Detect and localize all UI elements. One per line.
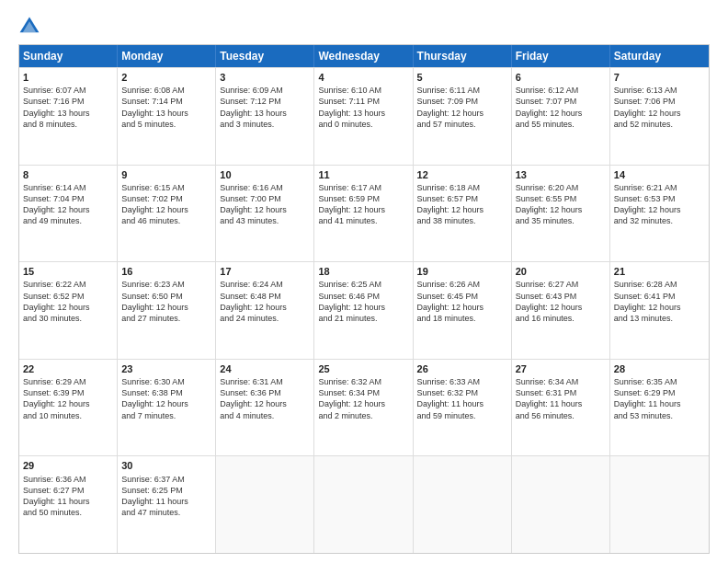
calendar-cell: 6Sunrise: 6:12 AMSunset: 7:07 PMDaylight…: [512, 68, 610, 165]
cell-info: Sunrise: 6:11 AMSunset: 7:09 PMDaylight:…: [417, 85, 507, 130]
cell-info: Sunrise: 6:36 AMSunset: 6:27 PMDaylight:…: [23, 474, 113, 519]
calendar-row-5: 29Sunrise: 6:36 AMSunset: 6:27 PMDayligh…: [19, 455, 709, 553]
day-number: 9: [121, 168, 211, 181]
calendar-row-1: 1Sunrise: 6:07 AMSunset: 7:16 PMDaylight…: [19, 67, 709, 165]
header-day-tuesday: Tuesday: [216, 45, 314, 67]
logo: [18, 15, 44, 37]
header-day-wednesday: Wednesday: [314, 45, 413, 67]
cell-info: Sunrise: 6:15 AMSunset: 7:02 PMDaylight:…: [121, 182, 211, 227]
cell-info: Sunrise: 6:37 AMSunset: 6:25 PMDaylight:…: [121, 474, 211, 519]
calendar-cell: 12Sunrise: 6:18 AMSunset: 6:57 PMDayligh…: [414, 166, 512, 262]
calendar-cell: 24Sunrise: 6:31 AMSunset: 6:36 PMDayligh…: [216, 360, 314, 456]
cell-info: Sunrise: 6:30 AMSunset: 6:38 PMDaylight:…: [121, 376, 211, 421]
day-number: 27: [516, 362, 606, 375]
day-number: 4: [318, 71, 408, 84]
day-number: 17: [220, 265, 310, 278]
calendar-cell: 2Sunrise: 6:08 AMSunset: 7:14 PMDaylight…: [118, 68, 216, 165]
calendar-cell: 19Sunrise: 6:26 AMSunset: 6:45 PMDayligh…: [414, 262, 512, 359]
day-number: 14: [614, 168, 705, 181]
calendar-cell: 13Sunrise: 6:20 AMSunset: 6:55 PMDayligh…: [512, 166, 610, 262]
cell-info: Sunrise: 6:21 AMSunset: 6:53 PMDaylight:…: [614, 182, 705, 227]
cell-info: Sunrise: 6:14 AMSunset: 7:04 PMDaylight:…: [23, 182, 113, 227]
cell-info: Sunrise: 6:27 AMSunset: 6:43 PMDaylight:…: [516, 279, 606, 324]
day-number: 25: [318, 362, 408, 375]
calendar-row-4: 22Sunrise: 6:29 AMSunset: 6:39 PMDayligh…: [19, 359, 709, 456]
calendar-cell: [414, 456, 512, 553]
calendar-cell: 7Sunrise: 6:13 AMSunset: 7:06 PMDaylight…: [610, 68, 709, 165]
calendar-row-2: 8Sunrise: 6:14 AMSunset: 7:04 PMDaylight…: [19, 165, 709, 262]
cell-info: Sunrise: 6:28 AMSunset: 6:41 PMDaylight:…: [614, 279, 705, 324]
calendar-cell: 26Sunrise: 6:33 AMSunset: 6:32 PMDayligh…: [414, 360, 512, 456]
calendar-cell: 8Sunrise: 6:14 AMSunset: 7:04 PMDaylight…: [19, 166, 118, 262]
calendar-cell: 27Sunrise: 6:34 AMSunset: 6:31 PMDayligh…: [512, 360, 610, 456]
day-number: 7: [614, 71, 705, 84]
day-number: 19: [417, 265, 507, 278]
cell-info: Sunrise: 6:12 AMSunset: 7:07 PMDaylight:…: [516, 85, 606, 130]
header-day-friday: Friday: [512, 45, 610, 67]
day-number: 21: [614, 265, 705, 278]
day-number: 15: [23, 265, 113, 278]
day-number: 3: [220, 71, 310, 84]
cell-info: Sunrise: 6:23 AMSunset: 6:50 PMDaylight:…: [121, 279, 211, 324]
cell-info: Sunrise: 6:20 AMSunset: 6:55 PMDaylight:…: [516, 182, 606, 227]
day-number: 16: [121, 265, 211, 278]
cell-info: Sunrise: 6:09 AMSunset: 7:12 PMDaylight:…: [220, 85, 310, 130]
calendar-cell: 28Sunrise: 6:35 AMSunset: 6:29 PMDayligh…: [610, 360, 709, 456]
calendar-cell: 22Sunrise: 6:29 AMSunset: 6:39 PMDayligh…: [19, 360, 118, 456]
cell-info: Sunrise: 6:24 AMSunset: 6:48 PMDaylight:…: [220, 279, 310, 324]
cell-info: Sunrise: 6:33 AMSunset: 6:32 PMDaylight:…: [417, 376, 507, 421]
calendar-cell: 1Sunrise: 6:07 AMSunset: 7:16 PMDaylight…: [19, 68, 118, 165]
cell-info: Sunrise: 6:29 AMSunset: 6:39 PMDaylight:…: [23, 376, 113, 421]
calendar-cell: 21Sunrise: 6:28 AMSunset: 6:41 PMDayligh…: [610, 262, 709, 359]
day-number: 23: [121, 362, 211, 375]
calendar-cell: 9Sunrise: 6:15 AMSunset: 7:02 PMDaylight…: [118, 166, 216, 262]
calendar-cell: 10Sunrise: 6:16 AMSunset: 7:00 PMDayligh…: [216, 166, 314, 262]
day-number: 24: [220, 362, 310, 375]
cell-info: Sunrise: 6:35 AMSunset: 6:29 PMDaylight:…: [614, 376, 705, 421]
header-day-monday: Monday: [118, 45, 216, 67]
logo-icon: [18, 15, 40, 37]
calendar-row-3: 15Sunrise: 6:22 AMSunset: 6:52 PMDayligh…: [19, 261, 709, 359]
calendar-cell: 3Sunrise: 6:09 AMSunset: 7:12 PMDaylight…: [216, 68, 314, 165]
calendar-cell: [216, 456, 314, 553]
calendar-cell: [610, 456, 709, 553]
cell-info: Sunrise: 6:10 AMSunset: 7:11 PMDaylight:…: [318, 85, 408, 130]
day-number: 12: [417, 168, 507, 181]
calendar-cell: [512, 456, 610, 553]
day-number: 22: [23, 362, 113, 375]
calendar-cell: 18Sunrise: 6:25 AMSunset: 6:46 PMDayligh…: [314, 262, 413, 359]
cell-info: Sunrise: 6:25 AMSunset: 6:46 PMDaylight:…: [318, 279, 408, 324]
calendar-cell: 25Sunrise: 6:32 AMSunset: 6:34 PMDayligh…: [314, 360, 413, 456]
calendar: SundayMondayTuesdayWednesdayThursdayFrid…: [18, 44, 710, 554]
cell-info: Sunrise: 6:17 AMSunset: 6:59 PMDaylight:…: [318, 182, 408, 227]
day-number: 28: [614, 362, 705, 375]
calendar-cell: 5Sunrise: 6:11 AMSunset: 7:09 PMDaylight…: [414, 68, 512, 165]
calendar-body: 1Sunrise: 6:07 AMSunset: 7:16 PMDaylight…: [19, 67, 709, 553]
day-number: 13: [516, 168, 606, 181]
day-number: 8: [23, 168, 113, 181]
day-number: 5: [417, 71, 507, 84]
header-day-sunday: Sunday: [19, 45, 118, 67]
calendar-header: SundayMondayTuesdayWednesdayThursdayFrid…: [19, 45, 709, 67]
cell-info: Sunrise: 6:18 AMSunset: 6:57 PMDaylight:…: [417, 182, 507, 227]
calendar-cell: 30Sunrise: 6:37 AMSunset: 6:25 PMDayligh…: [118, 456, 216, 553]
day-number: 18: [318, 265, 408, 278]
day-number: 2: [121, 71, 211, 84]
calendar-cell: 17Sunrise: 6:24 AMSunset: 6:48 PMDayligh…: [216, 262, 314, 359]
calendar-cell: 20Sunrise: 6:27 AMSunset: 6:43 PMDayligh…: [512, 262, 610, 359]
cell-info: Sunrise: 6:31 AMSunset: 6:36 PMDaylight:…: [220, 376, 310, 421]
day-number: 10: [220, 168, 310, 181]
day-number: 29: [23, 459, 113, 472]
page-header: [18, 15, 710, 37]
calendar-cell: 14Sunrise: 6:21 AMSunset: 6:53 PMDayligh…: [610, 166, 709, 262]
cell-info: Sunrise: 6:07 AMSunset: 7:16 PMDaylight:…: [23, 85, 113, 130]
calendar-cell: 11Sunrise: 6:17 AMSunset: 6:59 PMDayligh…: [314, 166, 413, 262]
calendar-cell: 16Sunrise: 6:23 AMSunset: 6:50 PMDayligh…: [118, 262, 216, 359]
day-number: 30: [121, 459, 211, 472]
cell-info: Sunrise: 6:13 AMSunset: 7:06 PMDaylight:…: [614, 85, 705, 130]
cell-info: Sunrise: 6:32 AMSunset: 6:34 PMDaylight:…: [318, 376, 408, 421]
day-number: 1: [23, 71, 113, 84]
cell-info: Sunrise: 6:16 AMSunset: 7:00 PMDaylight:…: [220, 182, 310, 227]
day-number: 6: [516, 71, 606, 84]
header-day-thursday: Thursday: [414, 45, 512, 67]
